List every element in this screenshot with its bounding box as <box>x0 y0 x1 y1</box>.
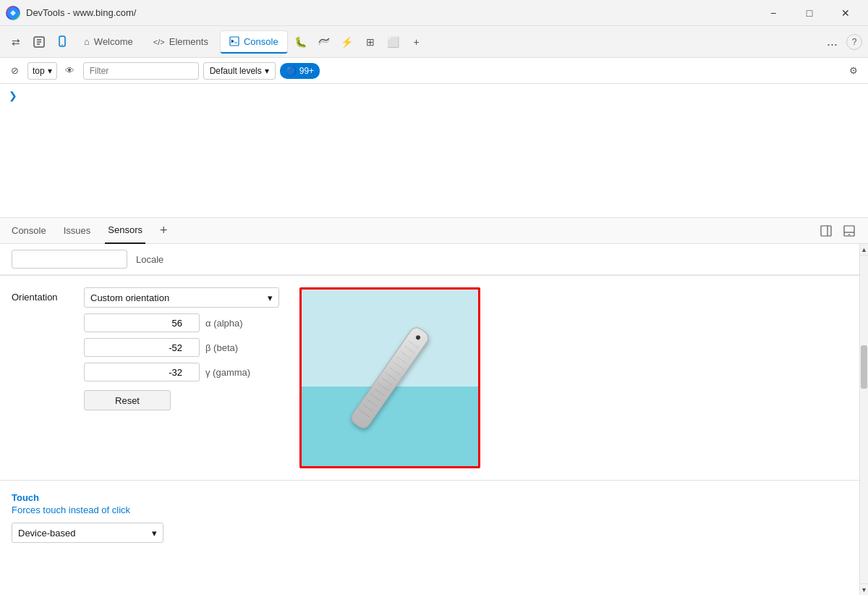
tab-add-icon[interactable]: + <box>407 32 427 52</box>
elements-icon: </> <box>153 38 165 46</box>
touch-section: Touch Forces touch instead of click Devi… <box>0 481 859 554</box>
gamma-row: γ (gamma) <box>84 363 279 381</box>
log-levels-button[interactable]: Default levels ▾ <box>203 62 276 80</box>
tab-console[interactable]: Console <box>220 30 288 54</box>
scroll-up-button[interactable]: ▲ <box>859 244 868 256</box>
touch-dropdown[interactable]: Device-based ▾ <box>12 523 163 543</box>
touch-title: Touch <box>12 492 848 503</box>
titlebar: DevTools - www.bing.com/ − □ ✕ <box>0 0 868 26</box>
alpha-input[interactable] <box>84 313 200 332</box>
chevron-down-icon: ▾ <box>265 66 269 76</box>
locale-input[interactable] <box>12 250 127 269</box>
vertical-scrollbar <box>859 244 868 595</box>
tab-console-label: Console <box>244 36 278 47</box>
orientation-controls: Custom orientation ▾ α (alpha) β (beta) … <box>84 287 279 410</box>
tab-debug-icon[interactable]: 🐛 <box>291 32 311 52</box>
tab-performance-icon[interactable]: ⚡ <box>337 32 357 52</box>
console-output: ❯ <box>0 84 868 218</box>
tab-panel-sensors[interactable]: Sensors <box>105 218 145 244</box>
dock-side-icon[interactable] <box>816 221 836 241</box>
tab-network-icon[interactable] <box>314 32 334 52</box>
tab-memory-icon[interactable]: ⊞ <box>360 32 380 52</box>
panel-console-label: Console <box>12 225 46 236</box>
tab-elements-label: Elements <box>169 36 208 47</box>
app-logo <box>6 6 20 20</box>
touch-description: Forces touch instead of click <box>12 505 848 515</box>
dock-bottom-icon[interactable] <box>839 221 859 241</box>
main-content: ❯ Console Issues Sensors + <box>0 84 868 595</box>
beta-input[interactable] <box>84 338 200 357</box>
viz-ground <box>302 387 478 466</box>
home-icon: ⌂ <box>84 36 90 47</box>
messages-badge[interactable]: 🔵 99+ <box>280 63 320 79</box>
chevron-down-icon: ▾ <box>48 66 52 76</box>
help-icon[interactable]: ? <box>846 34 862 50</box>
locale-label: Locale <box>136 254 163 265</box>
more-tabs-button[interactable]: ... <box>821 31 843 52</box>
panel-sensors-label: Sensors <box>108 224 142 235</box>
settings-icon[interactable]: ⚙ <box>845 62 862 80</box>
window-controls: − □ ✕ <box>757 0 862 26</box>
minimize-button[interactable]: − <box>757 0 790 26</box>
orientation-section: Orientation Custom orientation ▾ α (alph… <box>0 276 859 480</box>
orientation-value: Custom orientation <box>90 292 169 303</box>
messages-count: 99+ <box>299 66 314 76</box>
chevron-down-icon: ▾ <box>152 528 157 539</box>
window-title: DevTools - www.bing.com/ <box>26 7 751 18</box>
orientation-dropdown[interactable]: Custom orientation ▾ <box>84 287 279 308</box>
expand-icon[interactable]: ❯ <box>0 84 868 107</box>
svg-rect-5 <box>821 226 831 236</box>
panel-issues-label: Issues <box>64 225 91 236</box>
add-panel-button[interactable]: + <box>157 223 171 238</box>
close-button[interactable]: ✕ <box>829 0 862 26</box>
clear-console-icon[interactable]: ⊘ <box>6 62 23 80</box>
reset-button[interactable]: Reset <box>84 390 171 410</box>
sensors-panel: ▲ Locale Orientation Custom orientation … <box>0 244 868 595</box>
context-label: top <box>33 66 45 76</box>
alpha-label: α (alpha) <box>205 318 243 329</box>
chevron-down-icon: ▾ <box>268 292 273 303</box>
tab-elements[interactable]: </> Elements <box>145 30 217 54</box>
eye-icon[interactable]: 👁 <box>61 62 79 80</box>
locale-row: Locale <box>0 244 859 275</box>
context-selector[interactable]: top ▾ <box>27 62 57 80</box>
tab-panel-console[interactable]: Console <box>9 218 49 244</box>
gamma-input[interactable] <box>84 363 200 381</box>
filter-input[interactable] <box>83 62 199 80</box>
panel-tabs-bar: Console Issues Sensors + <box>0 218 868 244</box>
beta-label: β (beta) <box>205 342 238 353</box>
tab-bar: ⇄ ⌂ Welcome </> Elements Console 🐛 ⚡ ⊞ <box>0 26 868 58</box>
back-forward-icon[interactable]: ⇄ <box>6 32 26 52</box>
beta-row: β (beta) <box>84 338 279 357</box>
levels-label: Default levels <box>210 66 262 76</box>
panel-action-icons <box>816 221 859 241</box>
maximize-button[interactable]: □ <box>793 0 826 26</box>
scrollbar-thumb[interactable] <box>861 345 867 389</box>
phone-visualization <box>299 287 480 468</box>
touch-value: Device-based <box>18 528 76 539</box>
tab-panel-issues[interactable]: Issues <box>61 218 94 244</box>
sensors-scroll-area: Locale Orientation Custom orientation ▾ … <box>0 244 859 595</box>
inspect-icon[interactable] <box>29 32 49 52</box>
scroll-down-button[interactable]: ▼ <box>859 583 868 595</box>
message-icon: 🔵 <box>286 66 297 76</box>
orientation-label: Orientation <box>12 287 69 303</box>
svg-point-3 <box>61 44 63 46</box>
console-icon <box>229 36 239 46</box>
console-toolbar: ⊘ top ▾ 👁 Default levels ▾ 🔵 99+ ⚙ <box>0 58 868 84</box>
tab-welcome-label: Welcome <box>94 36 133 47</box>
device-icon[interactable] <box>52 32 72 52</box>
tab-welcome[interactable]: ⌂ Welcome <box>75 30 142 54</box>
gamma-label: γ (gamma) <box>205 367 250 378</box>
alpha-row: α (alpha) <box>84 313 279 332</box>
tab-application-icon[interactable]: ⬜ <box>383 32 404 52</box>
